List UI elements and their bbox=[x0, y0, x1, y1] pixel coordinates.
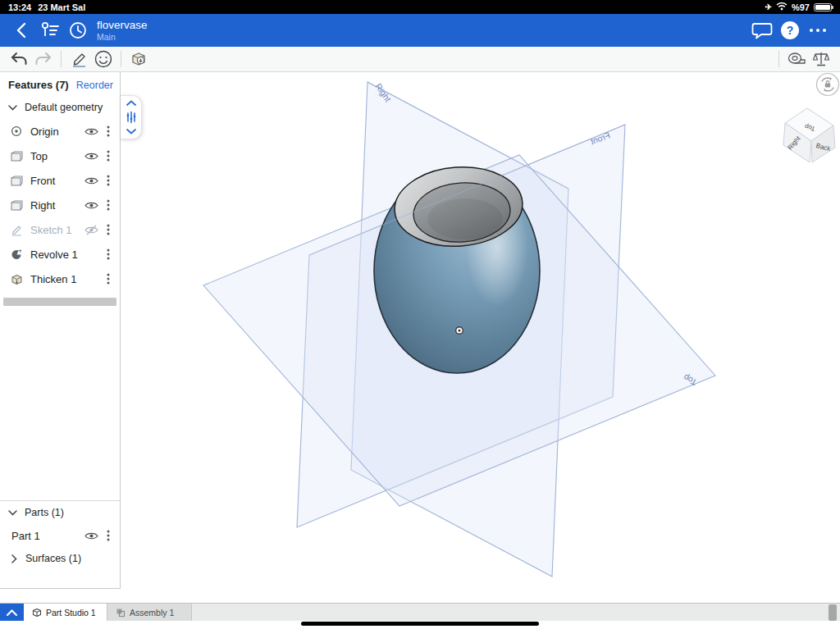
feature-label: Front bbox=[30, 175, 80, 187]
surfaces-group[interactable]: Surfaces (1) bbox=[0, 547, 120, 570]
kebab-menu-icon[interactable] bbox=[102, 125, 115, 137]
visibility-eye-icon[interactable] bbox=[80, 201, 102, 210]
tab-drawer-expand-button[interactable] bbox=[0, 604, 24, 622]
feature-label: Revolve 1 bbox=[30, 248, 80, 261]
kebab-menu-icon[interactable] bbox=[102, 175, 115, 186]
clock-time: 13:24 bbox=[8, 2, 31, 12]
chevron-up-icon bbox=[7, 609, 17, 616]
chevron-down-icon bbox=[8, 105, 17, 111]
feature-row-sketch-1[interactable]: Sketch 1 bbox=[0, 217, 120, 242]
wifi-icon bbox=[776, 2, 788, 12]
measure-tool-button[interactable] bbox=[784, 48, 809, 70]
kebab-menu-icon[interactable] bbox=[102, 150, 115, 162]
home-strip bbox=[0, 621, 840, 629]
more-menu-button[interactable] bbox=[804, 16, 832, 44]
visibility-eye-slash-icon[interactable] bbox=[80, 225, 102, 235]
tab-bar-scroll-thumb[interactable] bbox=[829, 604, 837, 621]
feature-label: Thicken 1 bbox=[30, 273, 80, 285]
feature-toolbar bbox=[0, 47, 840, 72]
rollback-slider-icon[interactable] bbox=[126, 111, 137, 124]
insert-tool-button[interactable] bbox=[126, 48, 151, 70]
chevron-down-icon[interactable] bbox=[126, 129, 136, 134]
workspace-name: Main bbox=[97, 32, 148, 42]
redo-button[interactable] bbox=[31, 48, 56, 70]
undo-button[interactable] bbox=[7, 48, 31, 70]
feature-row-origin[interactable]: Origin bbox=[0, 119, 120, 144]
airplane-mode-icon: ✈ bbox=[765, 2, 772, 11]
feature-row-thicken-1[interactable]: Thicken 1 bbox=[0, 267, 120, 291]
kebab-menu-icon[interactable] bbox=[102, 273, 115, 285]
measure-tape-icon bbox=[787, 51, 806, 67]
back-button[interactable] bbox=[8, 16, 36, 44]
default-geometry-group[interactable]: Default geometry bbox=[0, 96, 120, 119]
feature-label: Sketch 1 bbox=[30, 224, 80, 236]
visibility-eye-icon[interactable] bbox=[80, 127, 102, 136]
visibility-eye-icon[interactable] bbox=[80, 176, 102, 185]
home-indicator[interactable] bbox=[301, 622, 539, 626]
feature-face-tool-button[interactable] bbox=[91, 48, 116, 70]
pencil-icon bbox=[70, 50, 88, 68]
versions-button[interactable] bbox=[36, 16, 64, 44]
parts-group[interactable]: Parts (1) bbox=[0, 501, 120, 524]
ios-status-bar: 13:24 23 Mart Sal ✈ %97 bbox=[0, 0, 840, 14]
kebab-menu-icon[interactable] bbox=[102, 199, 115, 211]
tab-assembly-1[interactable]: Assembly 1 bbox=[107, 604, 192, 621]
comments-button[interactable] bbox=[748, 16, 776, 44]
app-header: flovervase Main ? bbox=[0, 14, 840, 47]
reorder-button[interactable]: Reorder bbox=[76, 80, 113, 91]
group-label: Default geometry bbox=[25, 102, 103, 113]
features-panel-title: Features (7) bbox=[8, 79, 69, 91]
opening-shadow bbox=[427, 198, 503, 239]
insert-cube-icon bbox=[130, 50, 148, 68]
chevron-up-icon[interactable] bbox=[126, 100, 136, 106]
mass-properties-button[interactable] bbox=[809, 48, 833, 70]
feature-row-right-plane[interactable]: Right bbox=[0, 193, 120, 217]
thicken-icon bbox=[9, 273, 24, 285]
feature-row-top-plane[interactable]: Top bbox=[0, 144, 120, 168]
comment-bubble-icon bbox=[751, 21, 773, 40]
origin-marker[interactable] bbox=[456, 327, 463, 335]
battery-percent: %97 bbox=[792, 2, 810, 12]
kebab-menu-icon[interactable] bbox=[102, 530, 115, 541]
svg-text:?: ? bbox=[787, 24, 794, 37]
lock-icon bbox=[825, 84, 830, 88]
help-button[interactable]: ? bbox=[776, 16, 804, 44]
surfaces-label: Surfaces (1) bbox=[25, 553, 81, 564]
feature-row-front-plane[interactable]: Front bbox=[0, 168, 120, 193]
kebab-menu-icon[interactable] bbox=[102, 248, 115, 260]
versions-icon bbox=[40, 21, 60, 39]
document-title-block[interactable]: flovervase Main bbox=[97, 19, 148, 42]
feature-label: Right bbox=[30, 199, 80, 212]
visibility-eye-icon[interactable] bbox=[80, 152, 102, 161]
status-date: 23 Mart Sal bbox=[38, 2, 85, 12]
visibility-eye-icon[interactable] bbox=[80, 531, 102, 540]
tab-label: Part Studio 1 bbox=[46, 608, 96, 618]
revolve-icon bbox=[9, 248, 24, 261]
rollback-flyout-control[interactable] bbox=[121, 95, 142, 139]
rotation-lock-button[interactable] bbox=[817, 74, 839, 96]
parts-section: Parts (1) Part 1 Surfaces (1) bbox=[0, 501, 120, 570]
history-button[interactable] bbox=[64, 16, 92, 44]
feature-row-revolve-1[interactable]: Revolve 1 bbox=[0, 242, 120, 267]
part-row[interactable]: Part 1 bbox=[0, 524, 120, 547]
ellipsis-icon bbox=[808, 27, 828, 34]
feature-label: Origin bbox=[30, 125, 80, 138]
history-icon bbox=[68, 21, 88, 40]
tab-label: Assembly 1 bbox=[130, 608, 174, 618]
assembly-icon bbox=[116, 608, 126, 618]
plane-icon bbox=[9, 151, 24, 162]
part-studio-icon bbox=[32, 608, 42, 618]
kebab-menu-icon[interactable] bbox=[102, 224, 115, 235]
tab-part-studio-1[interactable]: Part Studio 1 bbox=[24, 604, 107, 621]
model-viewport[interactable]: Right Front Top Top Right Bac bbox=[121, 72, 840, 603]
part-label: Part 1 bbox=[11, 530, 80, 542]
view-cube[interactable]: Top Right Back bbox=[783, 108, 835, 162]
plane-icon bbox=[9, 175, 24, 186]
help-icon: ? bbox=[779, 20, 801, 41]
chevron-right-icon bbox=[11, 554, 17, 563]
sketch-icon bbox=[9, 224, 24, 236]
battery-icon bbox=[814, 3, 832, 11]
sketch-tool-button[interactable] bbox=[66, 48, 91, 70]
rollback-bar[interactable] bbox=[3, 298, 116, 306]
plane-icon bbox=[9, 200, 24, 211]
